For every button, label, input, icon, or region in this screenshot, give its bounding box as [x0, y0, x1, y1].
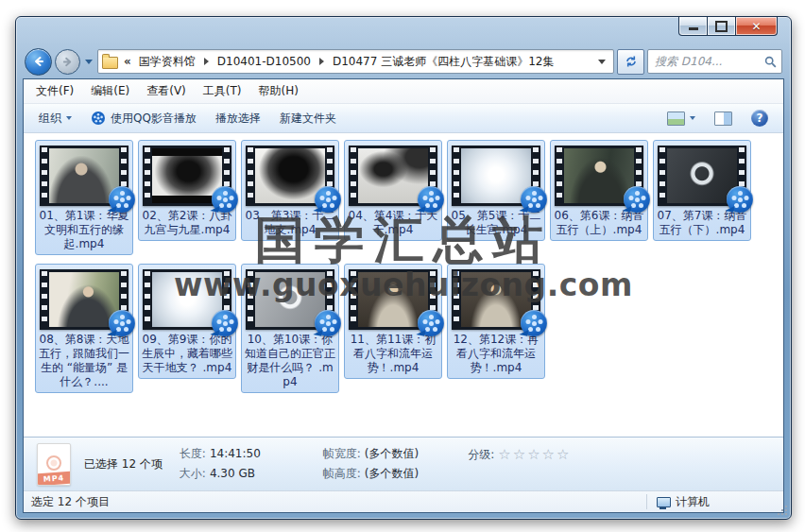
menu-view[interactable]: 查看(V)	[138, 80, 195, 102]
file-name: 11、第11课：初看八字和流年运势！.mp4	[347, 333, 439, 375]
qq-player-badge-icon	[727, 186, 753, 213]
qq-player-badge-icon	[315, 186, 341, 213]
details-col-frame: 帧宽度:(多个数值) 帧高度:(多个数值)	[316, 446, 419, 482]
menu-edit[interactable]: 编辑(E)	[82, 80, 138, 102]
refresh-icon	[625, 55, 638, 68]
file-tile[interactable]: 04、第4课：十天干.mp4	[344, 140, 442, 241]
change-view-button[interactable]	[659, 108, 703, 129]
filmstrip-holes-icon	[351, 147, 356, 204]
qq-player-badge-icon	[521, 310, 547, 336]
file-name: 08、第8课：天地五行，跟随我们一生的 “能量场” 是什么？....	[38, 333, 130, 389]
window-content: 文件(F) 编辑(E) 查看(V) 工具(T) 帮助(H) 组织 使用QQ影音播…	[23, 78, 784, 513]
qq-player-badge-icon	[418, 186, 444, 213]
help-button[interactable]: ?	[744, 106, 776, 130]
rating-stars[interactable]: ☆☆☆☆☆	[498, 446, 571, 463]
file-tile[interactable]: 07、第7课：纳音五行（下）.mp4	[653, 140, 751, 241]
qq-play-label: 使用QQ影音播放	[111, 111, 197, 127]
file-tile[interactable]: 11、第11课：初看八字和流年运势！.mp4	[344, 264, 442, 379]
breadcrumb-item[interactable]: D10401-D10500	[215, 54, 313, 69]
file-tile[interactable]: 05、第5课：十二长生宫.mp4	[447, 140, 545, 241]
length-value: 14:41:50	[210, 447, 261, 460]
frame-width-label: 帧宽度:	[316, 446, 361, 462]
filmstrip-holes-icon	[557, 147, 562, 204]
folder-icon	[102, 57, 118, 69]
file-tile[interactable]: 12、第12课：再看八字和流年运势！.mp4	[447, 264, 545, 379]
status-text: 选定 12 个项目	[31, 494, 637, 510]
frame-height-value: (多个数值)	[365, 467, 419, 480]
file-tile[interactable]: 10、第10课：你知道自己的正官正财是什么吗？ .mp4	[241, 264, 339, 393]
resize-grip[interactable]	[778, 506, 787, 515]
breadcrumb-separator-icon	[319, 58, 324, 65]
file-list-area[interactable]: 01、第1课：华夏文明和五行的缘起.mp4 02、第2课：八卦九宫与九星.mp4…	[24, 133, 783, 437]
status-bar: 选定 12 个项目 计算机	[24, 490, 783, 512]
menu-file[interactable]: 文件(F)	[27, 80, 82, 102]
filmstrip-holes-icon	[454, 147, 459, 204]
filmstrip-holes-icon	[42, 271, 47, 328]
file-name: 09、第9课：你的生辰中，藏着哪些天干地支？ .mp4	[141, 333, 233, 375]
qq-player-badge-icon	[521, 186, 547, 213]
new-folder-button[interactable]: 新建文件夹	[272, 107, 344, 130]
file-tile[interactable]: 06、第6课：纳音五行（上）.mp4	[550, 140, 648, 241]
history-dropdown-icon[interactable]	[85, 60, 93, 64]
help-icon: ?	[751, 110, 768, 127]
rating-label: 分级:	[468, 447, 494, 463]
close-button[interactable]: ✕	[735, 17, 778, 36]
length-label: 长度:	[174, 446, 206, 462]
file-tile[interactable]: 02、第2课：八卦九宫与九星.mp4	[138, 140, 236, 241]
search-box	[647, 49, 782, 74]
menu-help[interactable]: 帮助(H)	[250, 80, 307, 102]
video-thumbnail	[246, 146, 334, 206]
breadcrumb-item[interactable]: D10477 三诚老师《四柱八字基础课》12集	[331, 53, 557, 71]
details-pane: MP4 已选择 12 个项 长度:14:41:50 大小:4.30 GB 帧宽度…	[24, 437, 783, 490]
file-name: 04、第4课：十天干.mp4	[347, 209, 439, 237]
search-icon[interactable]	[764, 56, 777, 68]
navigation-bar: « 国学资料馆 D10401-D10500 D10477 三诚老师《四柱八字基础…	[23, 44, 784, 78]
address-dropdown-icon[interactable]	[598, 60, 606, 64]
filmstrip-holes-icon	[351, 271, 356, 328]
play-select-label: 播放选择	[215, 111, 261, 127]
filmstrip-holes-icon	[659, 147, 665, 204]
preview-pane-icon	[714, 112, 732, 126]
qq-player-badge-icon	[212, 186, 238, 213]
qq-player-badge-icon	[212, 310, 238, 336]
search-input[interactable]	[653, 54, 762, 69]
filmstrip-holes-icon	[248, 271, 253, 328]
minimize-button[interactable]	[678, 17, 708, 36]
status-divider	[646, 494, 647, 509]
refresh-button[interactable]	[617, 49, 644, 75]
file-tile[interactable]: 03、第3课：十二地支.mp4	[241, 140, 339, 241]
minimize-icon	[689, 27, 698, 30]
video-thumbnail	[143, 146, 231, 206]
breadcrumb-separator-icon	[204, 58, 209, 65]
play-select-button[interactable]: 播放选择	[208, 107, 268, 130]
video-thumbnail	[246, 269, 334, 330]
preview-pane-button[interactable]	[707, 108, 740, 129]
file-tile[interactable]: 08、第8课：天地五行，跟随我们一生的 “能量场” 是什么？....	[35, 264, 133, 393]
organize-button[interactable]: 组织	[31, 107, 79, 130]
frame-width-value: (多个数值)	[365, 447, 419, 460]
qq-play-button[interactable]: 使用QQ影音播放	[83, 107, 204, 130]
address-bar[interactable]: « 国学资料馆 D10401-D10500 D10477 三诚老师《四柱八字基础…	[97, 49, 614, 74]
back-button[interactable]	[25, 48, 52, 76]
qq-player-icon	[91, 111, 106, 126]
rating-row: 分级: ☆☆☆☆☆	[468, 446, 571, 463]
file-tile[interactable]: 09、第9课：你的生辰中，藏着哪些天干地支？ .mp4	[138, 264, 236, 379]
size-value: 4.30 GB	[210, 467, 255, 480]
file-name: 03、第3课：十二地支.mp4	[244, 209, 336, 237]
menu-bar: 文件(F) 编辑(E) 查看(V) 工具(T) 帮助(H)	[24, 79, 783, 104]
file-name: 01、第1课：华夏文明和五行的缘起.mp4	[38, 209, 130, 251]
breadcrumb-item[interactable]: 国学资料馆	[137, 53, 197, 71]
file-row-1: 01、第1课：华夏文明和五行的缘起.mp4 02、第2课：八卦九宫与九星.mp4…	[35, 140, 772, 255]
selection-summary: 已选择 12 个项	[84, 456, 163, 472]
explorer-window: ✕ « 国学资料馆 D10401-D10500 D10477 三诚老师《四柱八字…	[15, 16, 792, 520]
video-thumbnail	[349, 269, 437, 330]
command-toolbar: 组织 使用QQ影音播放 播放选择 新建文件夹	[24, 104, 783, 133]
views-icon	[667, 112, 685, 126]
qq-player-badge-icon	[418, 310, 444, 336]
location-label: 计算机	[676, 494, 710, 510]
file-tile[interactable]: 01、第1课：华夏文明和五行的缘起.mp4	[35, 140, 133, 255]
menu-tools[interactable]: 工具(T)	[195, 80, 250, 102]
breadcrumb-overflow[interactable]: «	[122, 55, 133, 68]
maximize-button[interactable]	[707, 17, 736, 36]
forward-button[interactable]	[55, 49, 80, 75]
